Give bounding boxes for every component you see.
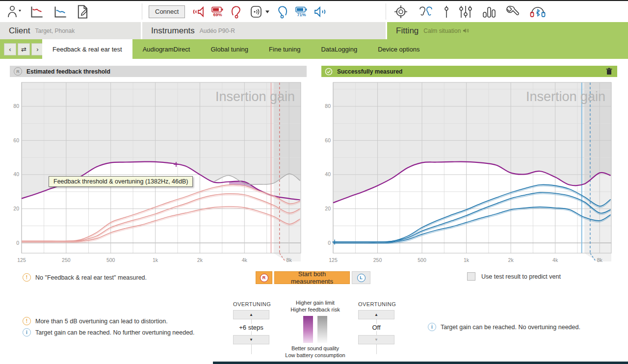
instruments-section[interactable]: Instruments Audéo P90-R bbox=[142, 22, 386, 39]
success-check-icon bbox=[325, 68, 333, 76]
toolbar-left-group bbox=[7, 1, 90, 22]
fitting-value: Calm situation bbox=[423, 27, 469, 34]
remote-control-icon[interactable] bbox=[249, 4, 270, 19]
top-toolbar: Connect 69% bbox=[0, 1, 628, 22]
report-document-icon[interactable] bbox=[76, 4, 90, 19]
svg-text:60: 60 bbox=[325, 137, 331, 143]
chevron-down-icon bbox=[265, 10, 270, 14]
left-ear-l-badge: L bbox=[357, 274, 366, 282]
toolbar-separator-2 bbox=[386, 3, 386, 20]
left-speaker-icon[interactable] bbox=[313, 5, 328, 18]
client-section[interactable]: Client Target, Phonak bbox=[0, 22, 141, 39]
fitting-nav-bar: ‹ ⇄ › Feedback & real ear test Audiogram… bbox=[0, 39, 628, 59]
start-right-measurement-button[interactable]: R bbox=[256, 271, 272, 284]
svg-text:4k: 4k bbox=[552, 257, 558, 263]
svg-text:40: 40 bbox=[13, 171, 19, 177]
target-gain-right-message: i Target gain can be reached. No overtun… bbox=[428, 323, 580, 331]
overtuning-up-button[interactable]: ▲ bbox=[233, 310, 269, 319]
overtuning-down-button-disabled[interactable]: ▼ bbox=[358, 335, 394, 344]
svg-text:Insertion gain: Insertion gain bbox=[526, 89, 605, 104]
right-panel-header: Successfully measured bbox=[321, 66, 617, 77]
tab-feedback-real-ear-test[interactable]: Feedback & real ear test bbox=[42, 39, 132, 59]
legend-top-line2: Higher feedback risk bbox=[285, 306, 346, 313]
overtuning-title: OVERTUNING bbox=[358, 301, 394, 307]
fitting-label: Fitting bbox=[396, 26, 419, 36]
fitting-tabs: Feedback & real ear test AudiogramDirect… bbox=[42, 39, 430, 59]
tools-wrench-icon[interactable] bbox=[505, 4, 520, 19]
right-battery-icon: 69% bbox=[211, 6, 223, 17]
tab-datalogging[interactable]: DataLogging bbox=[311, 39, 367, 59]
overtuning-value: +6 steps bbox=[233, 324, 269, 331]
overtuning-up-button[interactable]: ▲ bbox=[358, 310, 394, 319]
info-icon: i bbox=[23, 328, 31, 337]
audiogram-left-icon[interactable] bbox=[52, 5, 69, 19]
svg-text:1k: 1k bbox=[464, 257, 470, 263]
left-panel-header: R Estimated feedback threshold bbox=[10, 66, 307, 77]
svg-text:80: 80 bbox=[325, 103, 331, 109]
warning-icon: ! bbox=[23, 273, 31, 282]
svg-text:500: 500 bbox=[106, 257, 115, 263]
client-value: Target, Phonak bbox=[35, 27, 75, 34]
svg-text:250: 250 bbox=[62, 257, 71, 263]
legend-bottom-line2: Low battery consumption bbox=[285, 352, 346, 359]
start-both-measurements-button[interactable]: Start both measurements bbox=[274, 271, 350, 284]
predict-vent-checkbox[interactable] bbox=[467, 272, 475, 281]
instruments-value: Audéo P90-R bbox=[200, 27, 235, 34]
left-insertion-gain-chart[interactable]: Insertion gain0204060801252505001k2k4k8k bbox=[10, 80, 307, 266]
svg-text:20: 20 bbox=[325, 206, 331, 211]
target-gain-left-message: i Target gain can be reached. No further… bbox=[23, 328, 195, 337]
tab-fine-tuning[interactable]: Fine tuning bbox=[259, 39, 311, 59]
client-label: Client bbox=[9, 26, 30, 36]
info-icon: i bbox=[428, 323, 436, 331]
tab-global-tuning[interactable]: Global tuning bbox=[200, 39, 259, 59]
ears-icon[interactable] bbox=[417, 4, 435, 19]
svg-text:8k: 8k bbox=[287, 257, 292, 263]
overtuning-down-button[interactable]: ▼ bbox=[233, 335, 269, 344]
target-scope-icon[interactable] bbox=[393, 4, 408, 19]
overtuning-title: OVERTUNING bbox=[233, 301, 269, 307]
single-slider-icon[interactable] bbox=[444, 4, 449, 19]
gain-limit-gradient-bar bbox=[303, 316, 313, 343]
svg-text:40: 40 bbox=[325, 171, 331, 177]
right-ear-badge: R bbox=[14, 67, 22, 76]
right-speaker-icon[interactable] bbox=[191, 5, 206, 18]
svg-text:20: 20 bbox=[13, 206, 19, 211]
tab-audiogramdirect[interactable]: AudiogramDirect bbox=[132, 39, 201, 59]
instruments-label: Instruments bbox=[151, 26, 195, 36]
svg-text:1k: 1k bbox=[153, 257, 158, 263]
svg-text:80: 80 bbox=[13, 103, 19, 109]
left-hearing-aid-icon[interactable] bbox=[276, 4, 289, 19]
overtuning-risk-legend: Higher gain limit Higher feedback risk B… bbox=[285, 299, 346, 359]
delete-measurement-icon[interactable] bbox=[606, 68, 612, 75]
fitting-section[interactable]: Fitting Calm situation bbox=[387, 22, 628, 39]
nav-swap-button[interactable]: ⇄ bbox=[18, 43, 30, 55]
tab-device-options[interactable]: Device options bbox=[367, 39, 430, 59]
nav-back-button[interactable]: ‹ bbox=[4, 43, 16, 55]
toolbar-right-group bbox=[393, 1, 547, 22]
left-panel-title: Estimated feedback threshold bbox=[26, 68, 110, 75]
feedback-threshold-tooltip: Feedback threshold & overtuning (1382Hz,… bbox=[49, 176, 193, 187]
audiogram-right-icon[interactable] bbox=[28, 5, 45, 19]
phonak-target-app: Connect 69% bbox=[0, 0, 628, 364]
datalogging-bars-icon[interactable] bbox=[482, 4, 497, 19]
start-left-measurement-button[interactable]: L bbox=[352, 271, 370, 284]
overtuning-control-left-ear: OVERTUNING ▲ Off ▼ bbox=[358, 301, 394, 344]
connect-button[interactable]: Connect bbox=[149, 5, 185, 18]
no-test-message: ! No "Feedback & real ear test" measured… bbox=[23, 273, 147, 282]
equalizer-sliders-icon[interactable] bbox=[458, 4, 473, 19]
left-battery-label: 71% bbox=[297, 13, 306, 17]
right-hearing-aid-icon[interactable] bbox=[229, 4, 243, 19]
predict-vent-row: Use test result to predict vent bbox=[467, 272, 561, 281]
svg-text:0: 0 bbox=[16, 240, 19, 246]
right-insertion-gain-chart[interactable]: Insertion gain0204060801252505001k2k4k8k bbox=[321, 80, 617, 266]
right-battery-label: 69% bbox=[213, 13, 222, 17]
left-battery-icon: 71% bbox=[295, 6, 307, 17]
svg-text:8k: 8k bbox=[597, 257, 603, 263]
client-person-icon[interactable] bbox=[7, 5, 22, 19]
bluetooth-headset-icon[interactable] bbox=[529, 4, 547, 19]
bottom-status-bar bbox=[213, 362, 628, 364]
svg-text:250: 250 bbox=[373, 257, 382, 263]
svg-text:Insertion gain: Insertion gain bbox=[215, 89, 295, 104]
battery-gradient-bar bbox=[317, 316, 327, 343]
legend-bottom-line1: Better sound quality bbox=[285, 345, 346, 352]
